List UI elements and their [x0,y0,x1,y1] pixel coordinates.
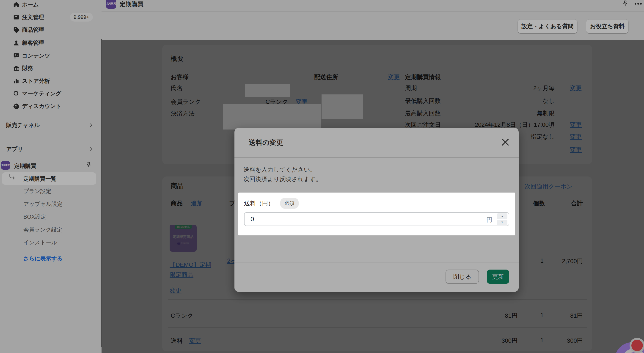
required-badge: 必須 [280,198,298,208]
fee-input-wrap: 円 ▲ ▼ [244,212,509,226]
screen: ホーム 注文管理 9,999+ 商品管理 [0,0,644,353]
stepper-down-button[interactable]: ▼ [497,220,508,225]
spotlight-dim-overlay [0,0,644,353]
shipping-fee-field-section: 送料（円） 必須 円 ▲ ▼ [238,192,515,236]
fee-steppers: ▲ ▼ [497,214,508,225]
fee-input[interactable] [250,214,434,225]
fee-field-label: 送料（円） [244,200,274,208]
stepper-up-button[interactable]: ▲ [497,214,508,219]
fee-suffix: 円 [486,216,492,224]
